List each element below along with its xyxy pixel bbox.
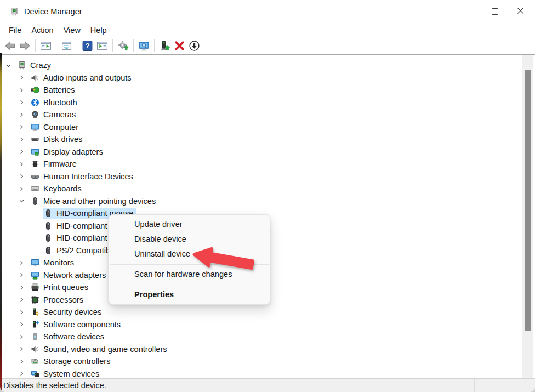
chevron-right-icon[interactable] — [18, 160, 30, 168]
menu-item-disable-device[interactable]: Disable device — [109, 232, 270, 247]
tree-item-batteries[interactable]: Batteries — [0, 84, 522, 96]
menu-item-properties[interactable]: Properties — [109, 287, 270, 302]
scrollbar-thumb[interactable] — [525, 70, 531, 331]
show-action-pane-button[interactable] — [95, 38, 110, 53]
camera-icon — [31, 110, 39, 119]
main-area: CrazyAudio inputs and outputsBatteriesBl… — [0, 55, 535, 378]
update-driver-software-icon — [117, 40, 129, 52]
tree-item-label: Audio inputs and outputs — [43, 73, 132, 82]
minimize-button[interactable] — [457, 0, 482, 23]
chevron-right-icon[interactable] — [18, 370, 30, 378]
maximize-button[interactable] — [482, 0, 508, 23]
tree-item-content: Cameras — [30, 109, 78, 121]
chevron-right-icon[interactable] — [18, 135, 30, 144]
show-console-tree-button[interactable] — [38, 38, 53, 53]
tree-item-system-devices[interactable]: System devices — [0, 368, 522, 379]
chevron-right-icon[interactable] — [18, 184, 30, 193]
chevron-right-icon[interactable] — [18, 172, 30, 181]
tree-item-keyboards[interactable]: Keyboards — [0, 183, 522, 195]
update-driver-software-button[interactable] — [116, 38, 130, 53]
scan-for-hardware-changes-button[interactable] — [136, 38, 151, 53]
tree-item-mice-and-other-pointing-devices[interactable]: Mice and other pointing devices — [0, 195, 522, 208]
status-bar-divider — [474, 379, 475, 392]
tree-item-software-devices[interactable]: Software devices — [0, 331, 522, 343]
tree-item-label: Keyboards — [43, 184, 82, 193]
tree-item-audio-inputs-and-outputs[interactable]: Audio inputs and outputs — [0, 72, 522, 84]
chevron-right-icon[interactable] — [18, 345, 30, 354]
forward-icon — [19, 40, 31, 52]
chevron-right-icon[interactable] — [18, 86, 30, 94]
tree-item-software-components[interactable]: Software components — [0, 319, 522, 331]
toolbar: ? — [0, 37, 535, 55]
forward-button[interactable] — [18, 38, 32, 53]
chevron-spacer — [31, 234, 43, 242]
title-bar: Device Manager — [0, 0, 535, 23]
chevron-down-icon[interactable] — [18, 197, 30, 206]
back-button[interactable] — [3, 38, 18, 53]
chevron-right-icon[interactable] — [18, 258, 30, 267]
uninstall-icon — [174, 40, 185, 52]
mouse-icon — [44, 221, 53, 230]
toolbar-separator — [56, 39, 56, 52]
status-text: Disables the selected device. — [3, 381, 106, 390]
device-manager-icon — [18, 61, 26, 70]
tree-item-label: System devices — [43, 370, 99, 378]
chevron-right-icon[interactable] — [18, 357, 30, 366]
menu-item-scan-for-hardware-changes[interactable]: Scan for hardware changes — [109, 267, 270, 282]
mouse-icon — [44, 209, 53, 218]
tree-item-cameras[interactable]: Cameras — [0, 109, 522, 121]
tree-item-crazy[interactable]: Crazy — [0, 59, 522, 72]
chevron-right-icon[interactable] — [18, 271, 30, 280]
toolbar-separator — [77, 39, 77, 52]
device-manager-icon — [10, 7, 19, 16]
tree-item-disk-drives[interactable]: Disk drives — [0, 133, 522, 146]
tree-item-label: Human Interface Devices — [43, 172, 133, 181]
chevron-right-icon[interactable] — [18, 110, 30, 119]
tree-item-content: Audio inputs and outputs — [30, 72, 134, 83]
tree-item-firmware[interactable]: Firmware — [0, 158, 522, 171]
tree-item-computer[interactable]: Computer — [0, 121, 522, 134]
chevron-right-icon[interactable] — [18, 332, 30, 341]
chevron-right-icon[interactable] — [18, 296, 30, 304]
menu-item-uninstall-device[interactable]: Uninstall device — [109, 247, 270, 262]
firmware-icon — [31, 160, 39, 168]
monitor-icon — [31, 123, 39, 132]
properties-button[interactable] — [59, 38, 74, 53]
tree-item-content: Display adapters — [30, 146, 106, 157]
chevron-right-icon[interactable] — [18, 308, 30, 316]
chevron-right-icon[interactable] — [18, 320, 30, 329]
chevron-down-icon[interactable] — [4, 61, 16, 70]
tree-item-bluetooth[interactable]: Bluetooth — [0, 96, 522, 109]
tree-item-label: Computer — [43, 123, 78, 132]
tree-item-human-interface-devices[interactable]: Human Interface Devices — [0, 171, 522, 183]
uninstall-button[interactable] — [172, 38, 187, 53]
tree-item-content: Software devices — [30, 331, 107, 343]
chevron-right-icon[interactable] — [18, 98, 30, 107]
disable-button[interactable] — [187, 38, 202, 53]
tree-item-label: Cameras — [43, 110, 76, 119]
tree-item-content: Bluetooth — [30, 96, 80, 108]
close-button[interactable] — [508, 0, 533, 23]
menu-view[interactable]: View — [59, 26, 86, 35]
audio-icon — [31, 73, 39, 82]
menu-file[interactable]: File — [4, 26, 26, 35]
chevron-right-icon[interactable] — [18, 123, 30, 132]
menu-help[interactable]: Help — [86, 26, 112, 35]
tree-item-display-adapters[interactable]: Display adapters — [0, 146, 522, 158]
tree-item-content: System devices — [30, 368, 102, 378]
chevron-right-icon[interactable] — [18, 283, 30, 292]
tree-item-content: Firmware — [30, 158, 79, 170]
menu-action[interactable]: Action — [26, 26, 58, 35]
chevron-right-icon[interactable] — [18, 73, 30, 82]
mouse-icon — [44, 234, 53, 242]
chevron-spacer — [31, 221, 43, 230]
tree-item-label: Software devices — [43, 332, 104, 341]
chevron-right-icon[interactable] — [18, 147, 30, 156]
tree-item-sound-video-and-game-controllers[interactable]: Sound, video and game controllers — [0, 343, 522, 356]
tree-item-security-devices[interactable]: Security devices — [0, 306, 522, 319]
update-driver-button[interactable] — [157, 38, 172, 53]
menu-item-update-driver[interactable]: Update driver — [109, 217, 270, 232]
help-button[interactable]: ? — [80, 38, 95, 53]
vertical-scrollbar[interactable] — [522, 55, 533, 378]
tree-item-storage-controllers[interactable]: Storage controllers — [0, 355, 522, 368]
